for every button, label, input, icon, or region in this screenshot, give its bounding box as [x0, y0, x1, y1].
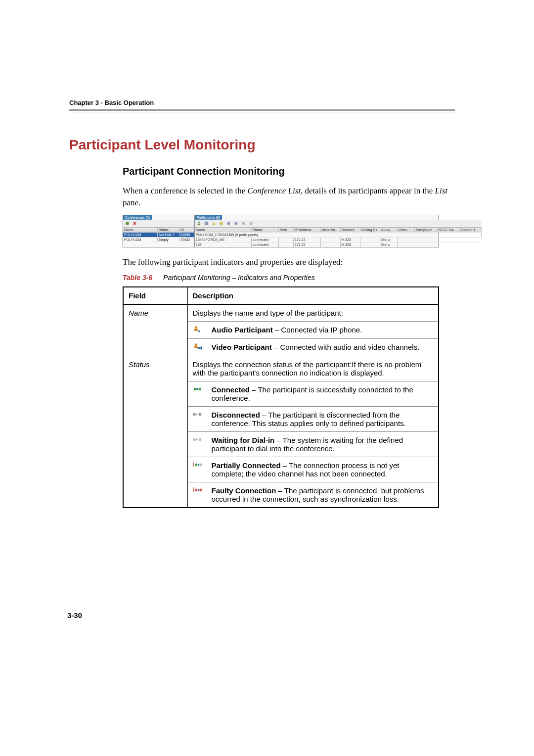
field-status: Status [123, 356, 187, 508]
partially-connected-icon [187, 457, 207, 482]
svg-rect-24 [197, 414, 198, 415]
heading-1: Participant Level Monitoring [69, 137, 455, 153]
svg-rect-22 [199, 413, 201, 416]
cell: H.323 [341, 237, 360, 242]
svg-rect-18 [193, 388, 196, 390]
video-participant-icon [187, 339, 207, 356]
faulty-connection-icon [187, 482, 207, 508]
svg-rect-9 [235, 222, 237, 224]
participant-row: 169 connected 172.22. H.323 Dial o [195, 242, 482, 247]
toolbar-icon [249, 221, 253, 226]
bold: Faulty Connection [212, 486, 276, 495]
bold: Connected [212, 385, 250, 394]
th-field: Field [123, 287, 187, 304]
svg-marker-17 [200, 346, 202, 350]
bold: Audio Participant [212, 326, 273, 334]
cell: 172.22. [294, 242, 321, 247]
disconnected-desc: Disconnected – The participant is discon… [207, 407, 439, 432]
connected-desc: Connected – The participant is successfu… [207, 381, 439, 407]
bold: Video Participant [212, 343, 272, 351]
page-number: 3-30 [67, 611, 82, 619]
col: Audio [380, 228, 398, 232]
cell [321, 242, 341, 247]
svg-rect-19 [196, 388, 198, 390]
cell: Dial o [380, 242, 398, 247]
svg-rect-23 [196, 414, 197, 415]
bold: Waiting for Dial-in [212, 436, 275, 444]
new-conf-icon [125, 221, 130, 226]
svg-rect-21 [193, 413, 195, 416]
svg-rect-8 [227, 222, 230, 224]
text: – Connected via IP phone. [273, 326, 362, 334]
cell: Empty [158, 237, 179, 242]
cell [279, 242, 294, 247]
cell [360, 242, 380, 247]
cell: 169 [195, 242, 252, 247]
italic-conference-list: Conference List [248, 186, 301, 195]
audio-participant-desc: Audio Participant – Connected via IP pho… [207, 322, 439, 339]
toolbar-icon [241, 221, 246, 226]
table-desc: Participant Monitoring – Indicators and … [163, 274, 315, 282]
heading-2: Participant Connection Monitoring [123, 166, 455, 177]
col: Encryption [415, 228, 437, 232]
partially-connected-desc: Partially Connected – The connection pro… [207, 457, 439, 482]
toolbar-icon [204, 221, 209, 226]
toolbar-icon [212, 221, 216, 226]
svg-point-7 [220, 221, 223, 225]
cell: Not Full; 7 [158, 233, 179, 237]
col-name: Name [123, 228, 158, 232]
intro-paragraph-1: When a conference is selected in the Con… [123, 185, 455, 209]
svg-rect-20 [198, 388, 201, 390]
field-name: Name [123, 304, 187, 356]
svg-rect-25 [193, 438, 195, 441]
chapter-header: Chapter 3 - Basic Operation [69, 99, 455, 106]
svg-rect-32 [199, 464, 202, 466]
svg-rect-10 [242, 222, 245, 224]
bold: Disconnected [212, 411, 260, 419]
col: FECC Tok [437, 228, 459, 232]
status-desc: Displays the connection status of the pa… [187, 356, 439, 381]
th-desc: Description [187, 287, 439, 304]
participant-group: POLYCOM_1758343365 (9 participants) [195, 232, 482, 237]
toolbar-icon [234, 221, 238, 226]
screenshot-participants-pane: Conferences (2) Name Status ID POLYCOM N… [123, 215, 439, 247]
cell: POLYCOM [123, 237, 158, 242]
toolbar-icon [226, 221, 231, 226]
waiting-dialin-icon [187, 432, 207, 457]
group-label: POLYCOM_1758343365 (9 participants) [195, 233, 482, 237]
svg-rect-5 [205, 221, 208, 225]
cell: 172.22. [294, 237, 321, 242]
col: Network [341, 228, 360, 232]
cell [279, 237, 294, 242]
svg-point-12 [194, 327, 197, 329]
svg-marker-6 [212, 221, 216, 225]
svg-rect-37 [199, 489, 202, 491]
svg-rect-26 [199, 438, 201, 441]
text: – Connected with audio and video channel… [272, 343, 420, 351]
text: When a conference is selected in the [123, 186, 248, 195]
svg-rect-36 [197, 489, 199, 491]
svg-point-0 [126, 221, 129, 225]
cell: 75432 [179, 237, 194, 242]
faulty-connection-desc: Faulty Connection – The participant is c… [207, 482, 439, 508]
audio-participant-icon [187, 322, 207, 339]
cell [360, 237, 380, 242]
text: , details of its participants appear in … [301, 186, 435, 195]
toolbar-icon [219, 221, 223, 226]
col: Role [279, 228, 294, 232]
svg-rect-33 [193, 488, 194, 492]
svg-rect-15 [194, 346, 197, 349]
col-status: Status [158, 228, 179, 232]
properties-table: Field Description Name Displays the name… [123, 286, 439, 508]
svg-rect-35 [195, 489, 197, 491]
delete-icon [133, 221, 137, 226]
cell: POLYCOM [123, 233, 158, 237]
intro-paragraph-2: The following participant indicators and… [123, 256, 455, 268]
svg-point-3 [198, 221, 200, 223]
col: Alias Na.. [321, 228, 341, 232]
add-participant-icon [197, 221, 201, 226]
header-rule-thin [69, 112, 455, 112]
video-participant-desc: Video Participant – Connected with audio… [207, 339, 439, 356]
col: Name [195, 228, 252, 232]
italic-list: List [435, 186, 447, 195]
